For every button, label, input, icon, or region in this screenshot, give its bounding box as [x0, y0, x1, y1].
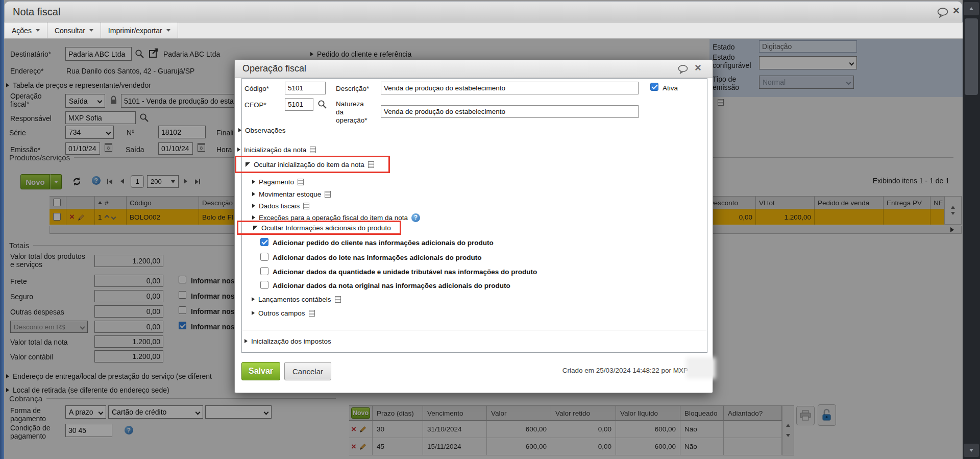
descricao-input[interactable]: Venda de produção do estabelecimento: [381, 82, 639, 94]
cob-col-valor[interactable]: Valor: [487, 405, 551, 421]
menu-imprimir-exportar[interactable]: Imprimir/exportar: [101, 22, 178, 38]
row-vl-tot-cell[interactable]: 1.200,00: [756, 209, 815, 225]
novo-produto-arrow-button[interactable]: [50, 174, 62, 189]
cob-row-valor-liquido[interactable]: 600,00: [616, 421, 680, 438]
checkbox-dados-lote[interactable]: [260, 253, 268, 261]
numero-input[interactable]: 18102: [158, 126, 206, 138]
select-all-checkbox[interactable]: [53, 199, 61, 206]
close-icon[interactable]: ×: [695, 63, 701, 73]
cob-row-prazo[interactable]: 30: [373, 421, 423, 438]
forma-tipo-select[interactable]: A prazo: [65, 405, 106, 419]
cob-col-valor-liquido[interactable]: Valor líquido: [616, 405, 680, 421]
grid-icon[interactable]: [335, 296, 341, 303]
section-ocultar-inicializacao-item[interactable]: Ocultar inicialização do item da nota: [246, 160, 374, 169]
cob-row-prazo[interactable]: 45: [373, 438, 423, 455]
cob-row-bloqueado[interactable]: Não: [680, 421, 724, 438]
forma-extra-select[interactable]: [205, 405, 272, 419]
page-size-select[interactable]: 200: [147, 175, 179, 188]
cob-row-adiantado[interactable]: [724, 438, 782, 455]
cfop-input[interactable]: 5101: [285, 98, 313, 111]
cancelar-button[interactable]: Cancelar: [284, 362, 331, 380]
destinatario-input[interactable]: Padaria ABC Ltda: [65, 47, 132, 61]
outras-despesas-input[interactable]: 0,00: [94, 305, 163, 318]
row-codigo-cell[interactable]: BOLO002: [127, 209, 199, 225]
grid-icon[interactable]: [310, 147, 316, 153]
col-pedido-venda[interactable]: Pedido de venda: [815, 196, 884, 209]
section-ocultar-informacoes[interactable]: Ocultar Informações adicionais do produt…: [253, 223, 391, 232]
serie-select[interactable]: 734: [65, 126, 114, 139]
section-lancamentos-contabeis[interactable]: Lançamentos contábeis: [252, 295, 341, 304]
produtos-vscrollbar[interactable]: [944, 196, 962, 225]
cob-col-prazo[interactable]: Prazo (dias): [373, 405, 423, 421]
cob-row-adiantado[interactable]: [724, 421, 782, 438]
cob-row-bloqueado[interactable]: Não: [680, 438, 724, 455]
grid-icon[interactable]: [309, 310, 315, 317]
page-number-box[interactable]: 1: [131, 175, 144, 188]
lock-button[interactable]: [818, 404, 836, 426]
cob-row-valor[interactable]: 600,00: [487, 438, 551, 455]
scroll-up-icon[interactable]: [951, 206, 955, 209]
cob-col-adiantado[interactable]: Adiantado?: [724, 405, 782, 421]
section-dados-fiscais[interactable]: Dados fiscais: [252, 201, 309, 210]
row-entrega-pv-cell[interactable]: [884, 209, 930, 225]
condicao-input[interactable]: 30 45: [65, 424, 112, 437]
seguro-input[interactable]: 0,00: [94, 290, 163, 302]
desconto-input[interactable]: 0,00: [94, 321, 163, 333]
move-down-icon[interactable]: [111, 214, 116, 220]
section-inicializacao-impostos[interactable]: Inicialização dos impostos: [244, 336, 331, 346]
checkbox-nota-original[interactable]: [260, 281, 268, 289]
novo-parcela-button[interactable]: Novo: [351, 407, 370, 419]
section-observacoes[interactable]: Observações: [238, 126, 286, 135]
delete-row-icon[interactable]: ×: [69, 214, 75, 220]
edit-row-icon[interactable]: [78, 213, 85, 221]
close-icon[interactable]: ×: [953, 6, 960, 16]
row-checkbox[interactable]: [53, 213, 61, 221]
help-icon[interactable]: ?: [92, 176, 101, 185]
desconto-informar-checkbox[interactable]: [179, 322, 186, 329]
chat-icon[interactable]: [677, 64, 689, 74]
col-vl-tot[interactable]: Vl tot: [756, 196, 815, 209]
grid-icon[interactable]: [368, 161, 374, 168]
cob-row-vencimento[interactable]: 31/10/2024: [423, 421, 487, 438]
cob-row-valor-retido[interactable]: 0,00: [551, 421, 616, 438]
responsavel-input[interactable]: MXP Sofia: [65, 111, 136, 124]
scroll-thumb[interactable]: [965, 18, 978, 95]
scroll-down-button[interactable]: [964, 444, 979, 457]
cob-row-valor[interactable]: 600,00: [487, 421, 551, 438]
scroll-down-icon[interactable]: [786, 434, 790, 437]
menu-acoes[interactable]: Ações: [4, 22, 47, 38]
next-page-button[interactable]: [184, 179, 187, 184]
section-outros-campos[interactable]: Outros campos: [252, 308, 315, 318]
operacao-tipo-select[interactable]: Saída: [65, 94, 105, 108]
help-icon[interactable]: ?: [125, 426, 133, 434]
col-nf[interactable]: NF: [930, 196, 944, 209]
section-movimentar-estoque[interactable]: Movimentar estoque: [252, 189, 331, 199]
calendar-icon[interactable]: 8: [198, 143, 205, 152]
col-entrega-pv[interactable]: Entrega PV: [884, 196, 930, 209]
section-tabela-precos[interactable]: Tabela de preços e representante/vendedo…: [6, 81, 151, 90]
forma-meio-select[interactable]: Cartão de crédito: [108, 405, 203, 419]
cob-row-valor-retido[interactable]: 0,00: [551, 438, 616, 455]
edit-row-icon[interactable]: [359, 443, 367, 450]
help-icon[interactable]: ?: [411, 213, 420, 222]
delete-row-icon[interactable]: ×: [351, 426, 356, 432]
last-page-button[interactable]: [195, 179, 200, 184]
row-pedido-venda-cell[interactable]: [815, 209, 884, 225]
calendar-icon[interactable]: 8: [105, 143, 112, 152]
page-scrollbar[interactable]: [963, 0, 980, 459]
novo-produto-button[interactable]: Novo: [20, 174, 50, 189]
ativa-checkbox[interactable]: [650, 83, 658, 91]
scroll-down-icon[interactable]: [951, 212, 955, 215]
scroll-up-button[interactable]: [964, 2, 979, 15]
checkbox-pedido-cliente[interactable]: [260, 238, 268, 246]
delete-row-icon[interactable]: ×: [351, 444, 356, 450]
refresh-icon[interactable]: [71, 176, 82, 187]
grid-icon[interactable]: [325, 191, 331, 198]
cob-row-valor-liquido[interactable]: 600,00: [616, 438, 680, 455]
grid-icon[interactable]: [303, 203, 309, 209]
print-button[interactable]: [796, 406, 815, 425]
section-endereco-entrega[interactable]: Endereço de entrega/local de prestação d…: [6, 372, 212, 381]
grid-icon[interactable]: [718, 99, 724, 106]
search-icon[interactable]: [135, 49, 144, 59]
cob-col-vencimento[interactable]: Vencimento: [423, 405, 487, 421]
